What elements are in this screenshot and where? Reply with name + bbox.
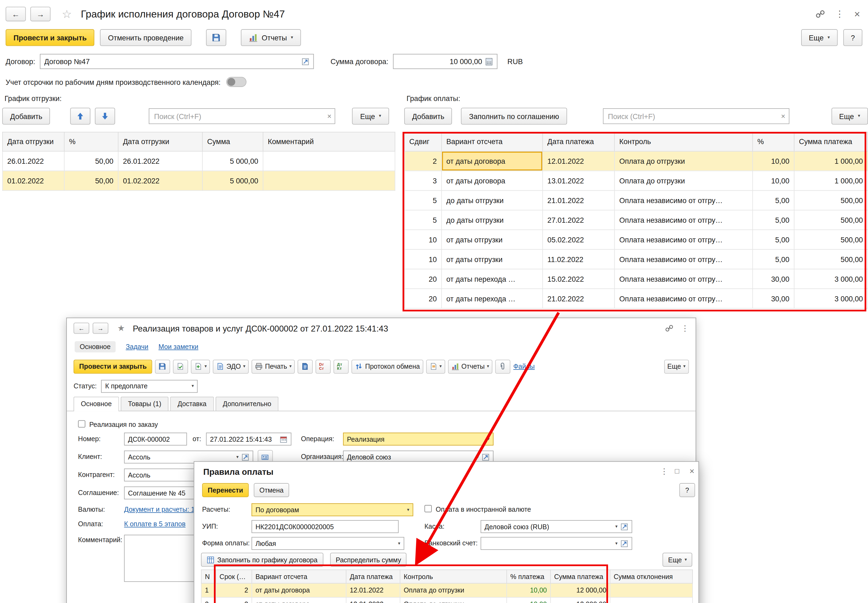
table-row[interactable]: 3от даты договора13.01.2022Оплата до отг… — [405, 171, 868, 190]
search-input[interactable] — [603, 109, 789, 123]
table-cell[interactable]: от даты перехода … — [442, 269, 543, 289]
table-cell[interactable]: от даты перехода … — [442, 289, 543, 308]
column-header[interactable]: Сумма — [202, 132, 263, 152]
payment-form-select[interactable]: Любая ▾ — [251, 537, 404, 550]
table-cell[interactable]: 10,00 — [507, 583, 550, 597]
table-row[interactable]: 10от даты отгрузки11.02.2022Оплата незав… — [405, 249, 868, 269]
favorite-star-icon[interactable]: ★ — [117, 323, 125, 333]
table-cell[interactable]: Оплата независимо от отгру… — [614, 249, 753, 269]
table-cell[interactable]: 20 — [405, 269, 442, 289]
status-select[interactable]: К предоплате ▾ — [101, 379, 198, 393]
maximize-icon[interactable]: □ — [675, 467, 679, 475]
table-cell[interactable]: 12.01.2022 — [543, 151, 615, 171]
table-row[interactable]: 5до даты отгрузки27.01.2022Оплата незави… — [405, 210, 868, 230]
cancel-button[interactable]: Отмена — [254, 483, 289, 497]
table-cell[interactable]: Оплата независимо от отгру… — [614, 230, 753, 249]
table-cell[interactable]: 13.01.2022 — [543, 171, 615, 190]
table-cell[interactable]: 5 000,00 — [202, 171, 263, 190]
table-cell[interactable]: 500,00 — [794, 210, 868, 230]
column-header[interactable]: Контроль — [400, 570, 507, 583]
column-header[interactable]: Сумма отклонения — [610, 570, 693, 583]
column-header[interactable]: Дата отгрузки — [118, 132, 203, 152]
column-header[interactable]: Дата отгрузки — [2, 132, 64, 152]
more-button[interactable]: Еще▾ — [801, 29, 837, 46]
table-cell[interactable]: Оплата независимо от отгру… — [614, 269, 753, 289]
forward-button[interactable]: → — [93, 323, 108, 334]
exchange-protocol-button[interactable]: Протокол обмена — [352, 359, 423, 373]
search-input[interactable] — [150, 109, 335, 123]
table-cell[interactable]: от даты договора — [442, 171, 543, 190]
column-header[interactable]: Сдвиг — [405, 132, 442, 152]
table-row[interactable]: 26.01.202250,0026.01.20225 000,00 — [2, 151, 395, 171]
date-input[interactable]: 27.01.2022 15:41:43 — [206, 433, 291, 445]
table-cell[interactable]: от даты договора — [252, 597, 346, 603]
open-icon[interactable] — [620, 540, 628, 547]
table-cell[interactable]: 2 — [201, 597, 216, 603]
open-icon[interactable] — [301, 58, 309, 65]
table-cell[interactable] — [610, 597, 693, 603]
copy-link-icon[interactable] — [816, 9, 825, 18]
table-cell[interactable]: Оплата до отгрузки — [614, 171, 753, 190]
tab-delivery[interactable]: Доставка — [170, 397, 214, 411]
table-cell[interactable]: 2 — [405, 151, 442, 171]
table-cell[interactable]: 5 — [405, 210, 442, 230]
more-menu-icon[interactable]: ⋮ — [835, 9, 844, 18]
table-cell[interactable]: 5,00 — [753, 230, 794, 249]
table-cell[interactable]: от даты договора — [442, 151, 543, 171]
table-cell[interactable]: 1 — [201, 583, 216, 597]
open-icon[interactable] — [620, 523, 628, 530]
column-header[interactable]: Комментарий — [263, 132, 395, 152]
table-cell[interactable]: 20 — [405, 289, 442, 308]
more-button[interactable]: Еще▾ — [352, 108, 389, 125]
operation-select[interactable]: Реализация ▾ — [343, 433, 493, 445]
edo-button[interactable]: ЭДО ▾ — [213, 359, 249, 373]
table-cell[interactable]: от даты отгрузки — [442, 230, 543, 249]
table-cell[interactable]: 12 000,00 — [550, 583, 610, 597]
table-cell[interactable]: 3 — [405, 171, 442, 190]
table-cell[interactable]: 30,00 — [753, 289, 794, 308]
table-cell[interactable]: 2 — [216, 583, 252, 597]
payment-search[interactable]: × — [603, 108, 789, 124]
table-cell[interactable]: 27.01.2022 — [543, 210, 615, 230]
post-button[interactable] — [173, 359, 188, 373]
table-cell[interactable]: Оплата независимо от отгру… — [614, 210, 753, 230]
table-cell[interactable]: 500,00 — [794, 190, 868, 210]
table-cell[interactable]: 3 — [216, 597, 252, 603]
table-row[interactable]: 12от даты договора12.01.2022Оплата до от… — [201, 583, 693, 597]
open-icon[interactable] — [242, 453, 249, 461]
table-cell[interactable]: до даты отгрузки — [442, 210, 543, 230]
table-cell[interactable]: от даты отгрузки — [442, 249, 543, 269]
foreign-currency-checkbox[interactable] — [425, 505, 432, 512]
table-cell[interactable]: Оплата независимо от отгру… — [614, 190, 753, 210]
close-icon[interactable]: × — [854, 9, 860, 19]
column-header[interactable]: Сумма платежа — [550, 570, 610, 583]
contract-sum-input[interactable]: 10 000,00 — [393, 54, 498, 69]
transfer-button[interactable]: Перенести — [202, 483, 249, 497]
create-based-on-button[interactable]: ▾ — [191, 359, 210, 373]
table-cell[interactable]: 10,00 — [507, 597, 550, 603]
column-header[interactable]: Вариант отсчета — [442, 132, 543, 152]
table-cell[interactable]: 11.02.2022 — [543, 249, 615, 269]
column-header[interactable]: Срок (дн) — [216, 570, 252, 583]
open-icon[interactable] — [482, 453, 490, 461]
table-cell[interactable] — [263, 171, 395, 190]
calculator-icon[interactable] — [485, 58, 493, 65]
table-cell[interactable]: 30,00 — [753, 269, 794, 289]
help-button[interactable]: ? — [843, 29, 862, 46]
related-documents-button[interactable]: ▾ — [426, 359, 445, 373]
table-cell[interactable]: Оплата независимо от отгру… — [614, 289, 753, 308]
table-cell[interactable]: 5 — [405, 190, 442, 210]
table-row[interactable]: 5до даты отгрузки21.01.2022Оплата незави… — [405, 190, 868, 210]
forward-button[interactable]: → — [31, 7, 51, 21]
payment-link[interactable]: К оплате в 5 этапов — [124, 520, 185, 528]
table-cell[interactable]: 01.02.2022 — [2, 171, 64, 190]
column-header[interactable]: Вариант отсчета — [252, 570, 346, 583]
nav-item-main[interactable]: Основное — [74, 341, 116, 353]
sale-by-order-checkbox[interactable] — [78, 420, 85, 427]
column-header[interactable]: % — [64, 132, 118, 152]
files-link[interactable]: Файлы — [513, 362, 535, 370]
table-row[interactable]: 23от даты договора13.01.2022Оплата до от… — [201, 597, 693, 603]
table-cell[interactable]: 50,00 — [64, 171, 118, 190]
reports-button[interactable]: Отчеты ▾ — [241, 29, 301, 46]
table-cell[interactable]: 10 — [405, 249, 442, 269]
